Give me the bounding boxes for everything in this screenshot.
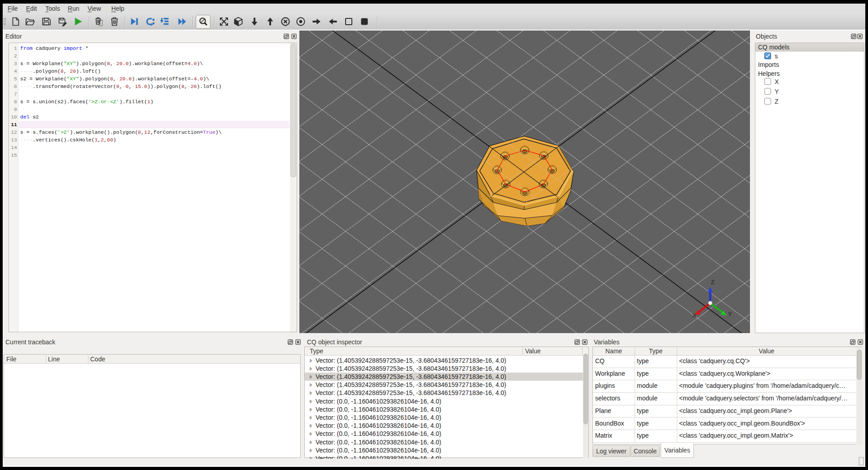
- svg-text:X: X: [693, 312, 697, 319]
- svg-text:Y: Y: [728, 311, 732, 317]
- svg-text:Z: Z: [711, 279, 715, 286]
